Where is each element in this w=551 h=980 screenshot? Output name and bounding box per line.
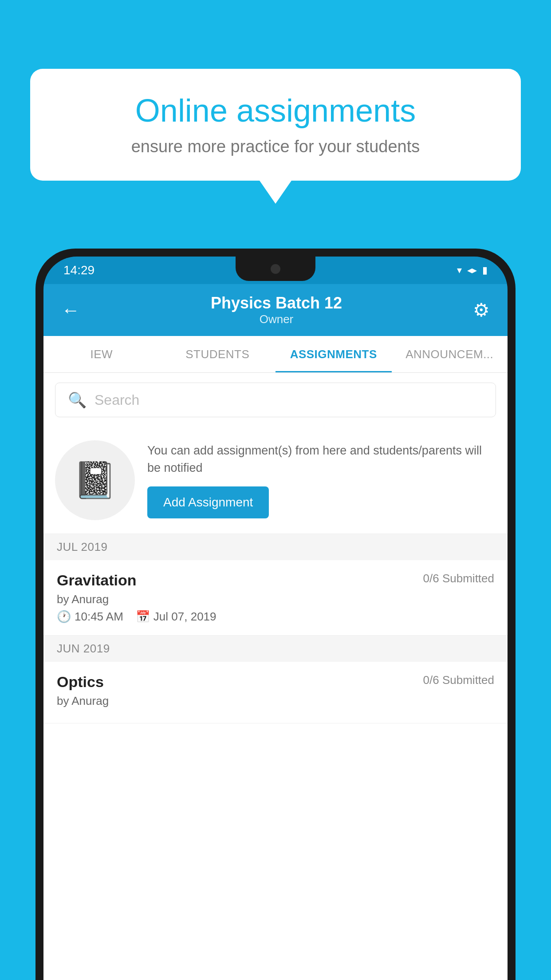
add-assignment-description: You can add assignment(s) from here and …	[147, 442, 496, 477]
assignment-author-optics: by Anurag	[57, 694, 494, 708]
assignment-header: Gravitation 0/6 Submitted	[57, 572, 494, 589]
battery-icon: ▮	[482, 265, 488, 276]
assignment-item-gravitation[interactable]: Gravitation 0/6 Submitted by Anurag 🕐 10…	[43, 560, 508, 636]
search-icon: 🔍	[68, 391, 87, 409]
camera	[271, 264, 280, 274]
tab-assignments[interactable]: ASSIGNMENTS	[276, 336, 392, 372]
search-placeholder: Search	[94, 392, 139, 408]
speech-bubble-container: Online assignments ensure more practice …	[30, 69, 521, 181]
notebook-icon: 📓	[73, 459, 117, 501]
tab-students[interactable]: STUDENTS	[160, 336, 276, 372]
clock-icon: 🕐	[57, 610, 71, 624]
notch	[236, 257, 315, 281]
speech-bubble: Online assignments ensure more practice …	[30, 69, 521, 181]
assignment-time: 10:45 AM	[75, 610, 123, 624]
add-assignment-section: 📓 You can add assignment(s) from here an…	[43, 427, 508, 534]
calendar-icon: 📅	[136, 610, 150, 624]
assignment-header-optics: Optics 0/6 Submitted	[57, 673, 494, 691]
assignment-illustration: 📓	[55, 440, 135, 520]
assignment-submitted-optics: 0/6 Submitted	[423, 673, 494, 687]
add-assignment-button[interactable]: Add Assignment	[147, 486, 269, 518]
month-separator-jul: JUL 2019	[43, 534, 508, 560]
assignment-name-optics: Optics	[57, 673, 104, 691]
status-icons: ▾ ◂▸ ▮	[457, 265, 488, 276]
signal-icon: ◂▸	[467, 265, 477, 276]
assignment-author: by Anurag	[57, 593, 494, 606]
assignment-name: Gravitation	[57, 572, 136, 589]
tabs-bar: IEW STUDENTS ASSIGNMENTS ANNOUNCEM...	[43, 336, 508, 373]
assignment-item-optics[interactable]: Optics 0/6 Submitted by Anurag	[43, 662, 508, 723]
bubble-title: Online assignments	[57, 93, 494, 128]
assignment-date: Jul 07, 2019	[153, 610, 216, 624]
tab-announcements[interactable]: ANNOUNCEM...	[392, 336, 508, 372]
assignment-submitted: 0/6 Submitted	[423, 572, 494, 585]
meta-date: 📅 Jul 07, 2019	[136, 610, 216, 624]
month-label-jun: JUN 2019	[57, 642, 110, 655]
app-header: ← Physics Batch 12 Owner ⚙	[43, 284, 508, 336]
status-time: 14:29	[63, 263, 94, 277]
phone-frame: 14:29 ▾ ◂▸ ▮ ← Physics Batch 12 Owner ⚙ …	[35, 249, 516, 980]
search-container: 🔍 Search	[43, 373, 508, 427]
header-title-group: Physics Batch 12 Owner	[211, 294, 342, 326]
screen-content: 🔍 Search 📓 You can add assignment(s) fro…	[43, 373, 508, 980]
phone-inner: 14:29 ▾ ◂▸ ▮ ← Physics Batch 12 Owner ⚙ …	[43, 257, 508, 980]
add-assignment-right: You can add assignment(s) from here and …	[147, 442, 496, 518]
search-bar[interactable]: 🔍 Search	[55, 383, 496, 417]
month-separator-jun: JUN 2019	[43, 636, 508, 662]
wifi-icon: ▾	[457, 265, 462, 276]
month-label-jul: JUL 2019	[57, 540, 107, 553]
batch-subtitle: Owner	[211, 312, 342, 326]
settings-icon[interactable]: ⚙	[473, 299, 490, 321]
bubble-subtitle: ensure more practice for your students	[57, 137, 494, 156]
assignment-meta: 🕐 10:45 AM 📅 Jul 07, 2019	[57, 610, 494, 624]
meta-time: 🕐 10:45 AM	[57, 610, 123, 624]
back-button[interactable]: ←	[61, 300, 80, 321]
batch-title: Physics Batch 12	[211, 294, 342, 312]
tab-iew[interactable]: IEW	[43, 336, 160, 372]
